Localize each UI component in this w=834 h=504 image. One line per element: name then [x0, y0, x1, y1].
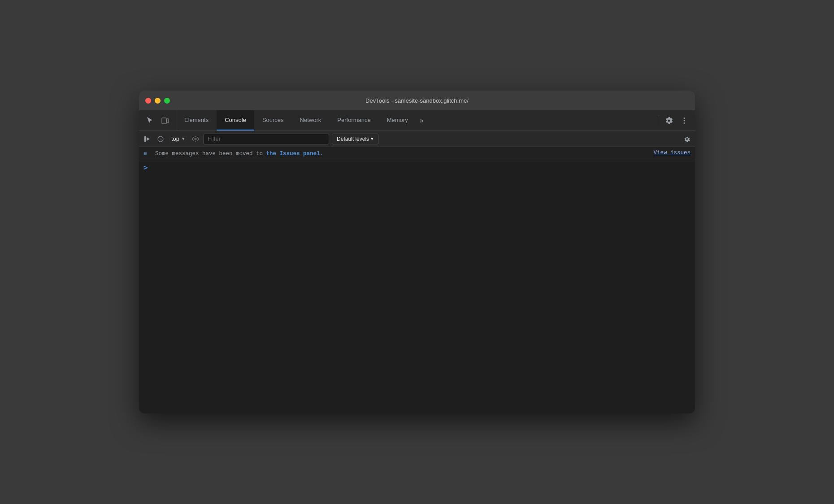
svg-rect-1	[167, 119, 169, 123]
toolbar-divider	[658, 116, 658, 126]
inspect-element-button[interactable]	[143, 114, 156, 127]
ban-icon	[157, 135, 164, 143]
title-bar: DevTools - samesite-sandbox.glitch.me/	[139, 91, 695, 110]
gear-icon	[665, 117, 673, 125]
svg-line-7	[159, 137, 163, 141]
play-icon	[143, 135, 151, 143]
svg-point-2	[684, 117, 685, 119]
settings-button[interactable]	[663, 114, 675, 127]
toolbar-icon-group	[139, 110, 176, 130]
tab-sources[interactable]: Sources	[254, 110, 292, 130]
tab-network[interactable]: Network	[292, 110, 330, 130]
device-icon	[161, 117, 169, 125]
console-toolbar-right	[682, 134, 692, 144]
traffic-lights	[145, 98, 170, 104]
tab-performance[interactable]: Performance	[329, 110, 378, 130]
view-issues-link[interactable]: View issues	[653, 150, 691, 156]
context-selector[interactable]: top ▾	[169, 135, 187, 143]
filter-input[interactable]	[204, 134, 329, 144]
more-tabs-button[interactable]: »	[416, 110, 427, 130]
customize-button[interactable]	[678, 114, 691, 127]
cursor-icon	[146, 117, 154, 125]
svg-rect-5	[144, 136, 146, 142]
svg-point-8	[195, 138, 196, 140]
console-gear-icon	[683, 135, 691, 143]
svg-point-3	[684, 120, 685, 121]
minimize-button[interactable]	[155, 98, 161, 104]
info-icon: ≡	[143, 150, 151, 157]
tab-elements[interactable]: Elements	[176, 110, 217, 130]
tab-list: Elements Console Sources Network Perform…	[176, 110, 652, 130]
tab-memory[interactable]: Memory	[379, 110, 416, 130]
console-info-message: ≡ Some messages have been moved to the I…	[139, 147, 695, 161]
console-message-text: Some messages have been moved to the Iss…	[155, 150, 649, 158]
block-icon-button[interactable]	[155, 134, 166, 144]
console-settings-button[interactable]	[682, 134, 692, 144]
window-title: DevTools - samesite-sandbox.glitch.me/	[365, 97, 469, 104]
log-levels-button[interactable]: Default levels ▾	[332, 134, 378, 144]
console-content[interactable]: ≡ Some messages have been moved to the I…	[139, 147, 695, 413]
eye-icon	[192, 135, 199, 143]
svg-rect-0	[162, 118, 166, 124]
svg-point-4	[684, 122, 685, 124]
device-toggle-button[interactable]	[159, 114, 171, 127]
devtools-toolbar: Elements Console Sources Network Perform…	[139, 110, 695, 131]
devtools-window: DevTools - samesite-sandbox.glitch.me/ E…	[139, 91, 695, 413]
close-button[interactable]	[145, 98, 151, 104]
console-input-line: >	[139, 161, 695, 174]
eye-icon-button[interactable]	[190, 134, 201, 144]
console-toolbar: top ▾ Default levels ▾	[139, 131, 695, 147]
toolbar-right-icons	[652, 110, 695, 130]
tab-console[interactable]: Console	[217, 110, 254, 130]
maximize-button[interactable]	[164, 98, 170, 104]
clear-console-button[interactable]	[142, 134, 152, 144]
console-prompt-symbol: >	[143, 163, 148, 172]
more-options-icon	[680, 117, 688, 125]
